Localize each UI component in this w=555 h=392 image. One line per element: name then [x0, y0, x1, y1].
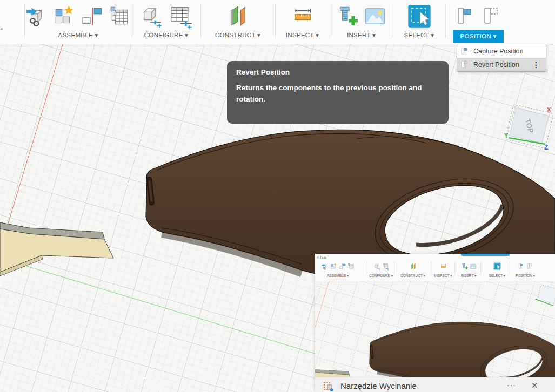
toolbar-group-select: SELECT ▾ — [393, 2, 445, 39]
notification-more-button[interactable]: ··· — [507, 381, 516, 389]
bom-table-icon — [347, 263, 355, 270]
configure-menu-button[interactable]: CONFIGURE ▾ — [144, 31, 188, 39]
select-box-icon — [493, 262, 501, 270]
axis-z-label: Z — [544, 144, 548, 151]
joint-icon[interactable] — [81, 5, 103, 28]
revert-position-icon — [526, 263, 533, 270]
mini-group-configure: CONFIGURE ▾ — [368, 260, 394, 278]
mini-group-insert: INSERT ▾ — [457, 260, 480, 278]
insert-canvas-icon[interactable] — [363, 4, 387, 28]
mini-insert-label: INSERT ▾ — [461, 274, 477, 278]
mini-active-tab-highlight — [461, 254, 510, 256]
tooltip-body: Returns the components to the previous p… — [236, 83, 431, 105]
snipping-tool-icon — [324, 382, 333, 391]
assemble-menu-button[interactable]: ASSEMBLE ▾ — [58, 31, 98, 39]
mini-group-select: SELECT ▾ — [485, 260, 510, 278]
toolbar-group-assemble: ASSEMBLE ▾ — [25, 2, 131, 39]
capture-position-icon — [518, 263, 525, 270]
notification-bar: Narzędzie Wycinanie ··· ✕ — [315, 377, 555, 392]
mini-group-construct: CONSTRUCT ▾ — [396, 260, 430, 278]
new-component-icon — [330, 263, 337, 270]
menu-item-overflow-icon[interactable]: ⋮ — [529, 60, 543, 69]
axis-x-label: X — [547, 106, 551, 113]
toolbar-group-insert: INSERT ▾ — [330, 2, 392, 39]
insert-derive-icon[interactable] — [25, 5, 48, 28]
screenshot-thumbnail: ITIES ASSEMBLE ▾ — [315, 254, 555, 377]
insert-fastener-icon — [461, 263, 468, 270]
toolbar-fragment: ◂ — [0, 27, 3, 31]
new-component-icon[interactable] — [53, 5, 76, 28]
insert-canvas-icon — [470, 263, 477, 270]
toolbar-group-position: POSITION ▾ — [446, 2, 511, 43]
position-menu-button[interactable]: POSITION ▾ — [453, 30, 504, 43]
mini-separator — [454, 261, 455, 275]
toolbar-group-configure: CONFIGURE ▾ — [132, 2, 200, 39]
configure-cube-icon[interactable] — [139, 4, 163, 28]
select-menu-button[interactable]: SELECT ▾ — [404, 31, 434, 39]
bom-table-icon[interactable] — [108, 5, 131, 28]
inspect-menu-button[interactable]: INSPECT ▾ — [286, 31, 319, 39]
measure-icon — [440, 263, 447, 270]
mini-group-assemble: ASSEMBLE ▾ — [315, 260, 366, 278]
menu-item-label: Revert Position — [473, 61, 519, 69]
mini-position-label: POSITION ▾ — [516, 274, 535, 278]
mini-separator — [394, 261, 394, 275]
mini-configure-label: CONFIGURE ▾ — [369, 274, 393, 278]
mini-assemble-label: ASSEMBLE ▾ — [327, 274, 349, 278]
revert-position-icon[interactable] — [481, 5, 503, 27]
construct-menu-button[interactable]: CONSTRUCT ▾ — [215, 31, 260, 39]
notification-preview-window[interactable]: ITIES ASSEMBLE ▾ — [315, 254, 555, 392]
insert-derive-icon — [322, 263, 329, 270]
mini-group-position: POSITION ▾ — [511, 260, 539, 278]
mini-separator — [480, 261, 481, 275]
capture-position-icon[interactable] — [454, 5, 476, 27]
construction-planes-icon — [410, 263, 417, 270]
mini-toolbar: ITIES ASSEMBLE ▾ — [315, 254, 555, 281]
notification-title: Narzędzie Wycinanie — [340, 381, 417, 390]
insert-fastener-icon[interactable] — [336, 5, 358, 28]
beige-component[interactable] — [0, 222, 113, 276]
configure-cube-icon — [373, 263, 380, 270]
menu-item-capture-position[interactable]: Capture Position — [457, 44, 546, 58]
capture-position-icon — [460, 46, 470, 56]
insert-menu-button[interactable]: INSERT ▾ — [347, 31, 376, 39]
construction-planes-icon[interactable] — [226, 4, 250, 28]
menu-item-revert-position[interactable]: Revert Position ⋮ — [457, 58, 546, 71]
mini-group-inspect: INSPECT ▾ — [432, 260, 454, 278]
mini-construct-label: CONSTRUCT ▾ — [400, 274, 425, 278]
revert-position-tooltip: Revert Position Returns the components t… — [227, 61, 449, 124]
main-toolbar: ◂ ASSEMBLE ▾ CONFIGURE ▾ CONSTRUCT ▾ INS… — [0, 0, 555, 44]
menu-item-label: Capture Position — [473, 48, 523, 55]
tooltip-title: Revert Position — [236, 68, 439, 76]
configuration-table-icon — [382, 263, 389, 270]
mini-select-label: SELECT ▾ — [489, 274, 505, 278]
fusion360-window: { "toolbar": { "groups": [ {"label": "AS… — [0, 0, 555, 392]
toolbar-group-inspect: INSPECT ▾ — [276, 2, 329, 39]
mini-separator — [431, 261, 431, 275]
notification-close-button[interactable]: ✕ — [531, 381, 538, 390]
mini-separator — [367, 261, 367, 275]
view-cube[interactable]: TOP Y Z X — [504, 104, 555, 154]
configuration-table-icon[interactable] — [168, 4, 193, 29]
axis-y-label: Y — [504, 132, 509, 139]
position-dropdown-menu: Capture Position Revert Position ⋮ — [457, 44, 546, 72]
joint-icon — [339, 263, 346, 270]
mini-utilities-label: ITIES — [317, 255, 326, 259]
toolbar-group-construct: CONSTRUCT ▾ — [201, 2, 275, 39]
mini-view-cube — [534, 285, 555, 306]
mini-inspect-label: INSPECT ▾ — [434, 274, 452, 278]
select-box-icon[interactable] — [407, 4, 432, 29]
mini-separator — [510, 261, 510, 275]
measure-icon[interactable] — [291, 4, 315, 28]
revert-position-icon — [460, 60, 470, 70]
